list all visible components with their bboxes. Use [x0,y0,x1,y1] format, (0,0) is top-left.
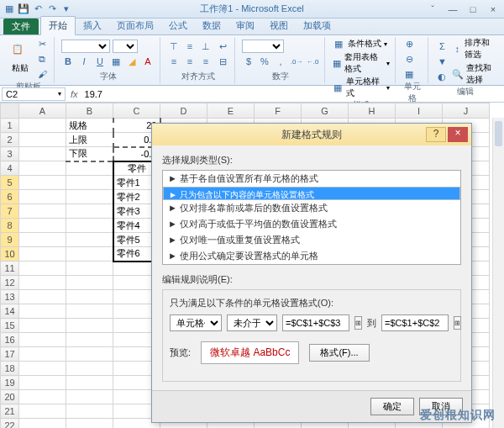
cell[interactable] [19,161,66,176]
col-header[interactable]: I [396,103,443,119]
fill-color-icon[interactable]: ◢ [125,55,139,68]
cell[interactable] [66,290,113,304]
cell[interactable] [66,404,113,419]
row-header[interactable]: 22 [1,419,19,429]
cell[interactable] [66,333,113,347]
tab-home[interactable]: 开始 [40,16,76,35]
row-header[interactable]: 13 [1,290,19,304]
vertical-scrollbar[interactable] [492,118,504,428]
tab-addins[interactable]: 加载项 [296,17,339,34]
operator-select[interactable]: 未介于 [227,314,277,331]
row-header[interactable]: 14 [1,304,19,319]
cell[interactable] [66,190,113,204]
inc-decimal-icon[interactable]: .0→ [290,55,303,68]
row-header[interactable]: 11 [1,262,19,276]
number-format-select[interactable] [242,40,284,53]
cell[interactable] [66,419,113,429]
ok-button[interactable]: 确定 [370,398,414,415]
row-header[interactable]: 20 [1,390,19,404]
ref1-picker-icon[interactable]: ⊞ [354,316,362,330]
font-select[interactable] [61,40,110,53]
row-header[interactable]: 16 [1,333,19,347]
cell[interactable] [19,376,66,390]
target-select[interactable]: 单元格值 [170,314,222,331]
dec-decimal-icon[interactable]: ←.0 [306,55,319,68]
rule-type-item[interactable]: ► 只为包含以下内容的单元格设置格式 [163,187,460,200]
format-button[interactable]: 格式(F)... [309,344,369,362]
maximize-button[interactable]: □ [465,3,480,15]
qat-dropdown-icon[interactable]: ▾ [60,3,72,15]
cell[interactable] [66,390,113,404]
delete-cell-icon[interactable]: ⊖ [402,52,416,66]
row-header[interactable]: 3 [1,147,19,161]
cell[interactable] [19,319,66,333]
cell[interactable] [19,219,66,233]
currency-icon[interactable]: $ [242,55,255,68]
cell[interactable] [19,147,66,161]
align-bot-icon[interactable]: ⊥ [199,40,213,53]
align-center-icon[interactable]: ≡ [183,55,197,68]
row-header[interactable]: 7 [1,204,19,219]
cell[interactable]: 规格 [66,119,113,133]
align-mid-icon[interactable]: ≡ [183,40,197,53]
align-left-icon[interactable]: ≡ [167,55,181,68]
cut-icon[interactable]: ✂ [35,37,49,50]
cell[interactable] [66,304,113,319]
cell[interactable] [66,347,113,362]
row-header[interactable]: 6 [1,190,19,204]
insert-cell-icon[interactable]: ⊕ [402,37,416,50]
tab-data[interactable]: 数据 [195,17,228,34]
row-header[interactable]: 15 [1,319,19,333]
row-header[interactable]: 12 [1,276,19,290]
name-box[interactable]: C2▾ [2,87,66,101]
row-header[interactable]: 9 [1,233,19,247]
fill-icon[interactable]: ▼ [435,55,449,68]
row-header[interactable]: 18 [1,362,19,376]
col-header[interactable]: A [19,103,66,119]
formula-input[interactable]: 19.7 [81,88,504,100]
row-header[interactable]: 2 [1,133,19,147]
italic-button[interactable]: I [77,55,91,68]
cell[interactable] [66,233,113,247]
sort-button[interactable]: ↕排序和筛选 [452,37,496,61]
cell[interactable] [19,262,66,276]
font-color-icon[interactable]: A [141,55,155,68]
close-button[interactable]: × [486,3,501,15]
cell[interactable] [19,204,66,219]
dialog-help-button[interactable]: ? [426,127,446,142]
align-top-icon[interactable]: ⊤ [167,40,181,53]
cell[interactable] [66,376,113,390]
dialog-titlebar[interactable]: 新建格式规则 ? × [152,124,471,145]
col-header[interactable]: B [66,103,113,119]
row-header[interactable]: 17 [1,347,19,362]
cell[interactable] [19,133,66,147]
dialog-close-button[interactable]: × [448,127,468,142]
tab-file[interactable]: 文件 [3,18,39,34]
cell[interactable] [19,247,66,262]
rule-type-item[interactable]: ► 使用公式确定要设置格式的单元格 [163,248,460,264]
rule-type-item[interactable]: ► 仅对排名靠前或靠后的数值设置格式 [163,200,460,216]
cell[interactable] [19,362,66,376]
tab-formula[interactable]: 公式 [161,17,195,34]
col-header[interactable]: D [160,103,207,119]
ref1-input[interactable] [282,314,349,331]
paste-button[interactable]: 📋 粘贴 [8,43,32,75]
cell[interactable] [66,319,113,333]
cell[interactable] [19,390,66,404]
cell[interactable] [19,119,66,133]
scroll-thumb[interactable] [495,121,502,146]
col-header[interactable]: J [443,103,490,119]
align-right-icon[interactable]: ≡ [199,55,213,68]
cell[interactable] [19,290,66,304]
ribbon-minimize-icon[interactable]: ˇ [425,3,440,15]
comma-icon[interactable]: , [274,55,287,68]
border-icon[interactable]: ▦ [109,55,123,68]
cell[interactable] [19,347,66,362]
rule-type-item[interactable]: ► 仅对唯一值或重复值设置格式 [163,232,460,248]
cell[interactable] [66,362,113,376]
cell[interactable] [66,247,113,262]
format-painter-icon[interactable]: 🖌 [35,67,49,81]
row-header[interactable]: 21 [1,404,19,419]
cell[interactable] [66,176,113,190]
percent-icon[interactable]: % [258,55,271,68]
